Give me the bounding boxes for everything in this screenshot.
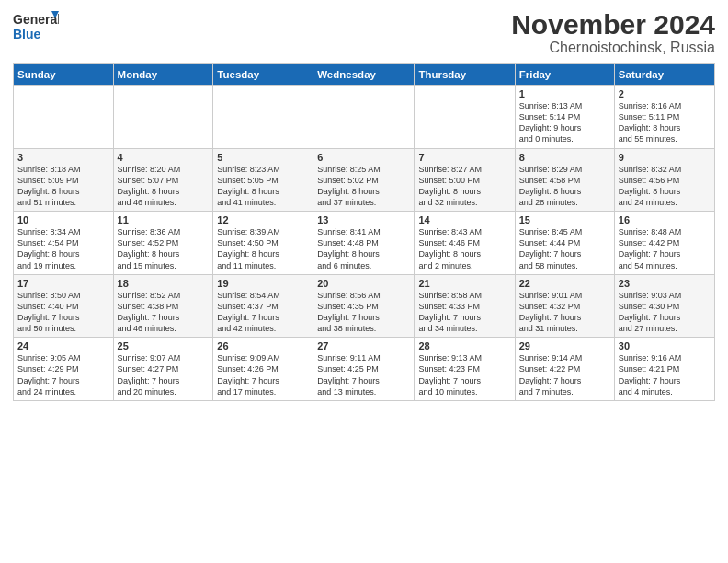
calendar-cell: 27Sunrise: 9:11 AM Sunset: 4:25 PM Dayli… <box>313 338 415 401</box>
day-number: 21 <box>418 278 510 289</box>
calendar-cell: 25Sunrise: 9:07 AM Sunset: 4:27 PM Dayli… <box>113 338 213 401</box>
day-info: Sunrise: 8:25 AM Sunset: 5:02 PM Dayligh… <box>317 164 410 209</box>
day-info: Sunrise: 8:58 AM Sunset: 4:33 PM Dayligh… <box>418 290 510 335</box>
day-info: Sunrise: 9:05 AM Sunset: 4:29 PM Dayligh… <box>17 352 109 397</box>
week-row-3: 17Sunrise: 8:50 AM Sunset: 4:40 PM Dayli… <box>14 274 715 338</box>
calendar-cell: 16Sunrise: 8:48 AM Sunset: 4:42 PM Dayli… <box>614 212 714 275</box>
day-number: 19 <box>217 278 309 289</box>
calendar-cell: 7Sunrise: 8:27 AM Sunset: 5:00 PM Daylig… <box>415 148 515 212</box>
calendar-cell: 10Sunrise: 8:34 AM Sunset: 4:54 PM Dayli… <box>14 212 114 275</box>
day-number: 1 <box>519 88 610 99</box>
calendar-cell <box>213 86 313 149</box>
calendar-cell: 21Sunrise: 8:58 AM Sunset: 4:33 PM Dayli… <box>415 274 515 338</box>
day-number: 28 <box>418 340 510 351</box>
day-number: 24 <box>17 340 109 351</box>
week-row-4: 24Sunrise: 9:05 AM Sunset: 4:29 PM Dayli… <box>14 338 715 401</box>
calendar-cell: 28Sunrise: 9:13 AM Sunset: 4:23 PM Dayli… <box>415 338 515 401</box>
day-info: Sunrise: 8:52 AM Sunset: 4:38 PM Dayligh… <box>118 290 210 335</box>
calendar-table: SundayMondayTuesdayWednesdayThursdayFrid… <box>13 63 715 401</box>
day-header-wednesday: Wednesday <box>313 64 415 86</box>
calendar-cell <box>14 86 114 149</box>
header: General Blue November 2024 Chernoistochi… <box>13 9 715 56</box>
calendar-cell: 1Sunrise: 8:13 AM Sunset: 5:14 PM Daylig… <box>515 86 614 149</box>
day-info: Sunrise: 9:13 AM Sunset: 4:23 PM Dayligh… <box>418 352 510 397</box>
calendar-cell: 20Sunrise: 8:56 AM Sunset: 4:35 PM Dayli… <box>313 274 415 338</box>
day-info: Sunrise: 9:03 AM Sunset: 4:30 PM Dayligh… <box>619 290 711 335</box>
calendar-cell: 30Sunrise: 9:16 AM Sunset: 4:21 PM Dayli… <box>614 338 714 401</box>
day-info: Sunrise: 8:36 AM Sunset: 4:52 PM Dayligh… <box>118 226 210 271</box>
day-info: Sunrise: 8:43 AM Sunset: 4:46 PM Dayligh… <box>418 226 510 271</box>
day-info: Sunrise: 9:16 AM Sunset: 4:21 PM Dayligh… <box>619 352 711 397</box>
day-number: 15 <box>519 214 610 225</box>
day-number: 22 <box>519 278 610 289</box>
day-number: 3 <box>17 152 109 163</box>
location-subtitle: Chernoistochinsk, Russia <box>511 40 715 56</box>
day-info: Sunrise: 9:11 AM Sunset: 4:25 PM Dayligh… <box>317 352 410 397</box>
day-number: 11 <box>118 214 210 225</box>
calendar-cell: 18Sunrise: 8:52 AM Sunset: 4:38 PM Dayli… <box>113 274 213 338</box>
day-header-sunday: Sunday <box>14 64 114 86</box>
day-info: Sunrise: 8:18 AM Sunset: 5:09 PM Dayligh… <box>17 164 109 209</box>
day-info: Sunrise: 8:54 AM Sunset: 4:37 PM Dayligh… <box>217 290 309 335</box>
calendar-cell: 6Sunrise: 8:25 AM Sunset: 5:02 PM Daylig… <box>313 148 415 212</box>
day-info: Sunrise: 8:56 AM Sunset: 4:35 PM Dayligh… <box>317 290 410 335</box>
day-number: 18 <box>118 278 210 289</box>
day-number: 12 <box>217 214 309 225</box>
day-number: 20 <box>317 278 410 289</box>
day-info: Sunrise: 8:27 AM Sunset: 5:00 PM Dayligh… <box>418 164 510 209</box>
calendar-cell: 2Sunrise: 8:16 AM Sunset: 5:11 PM Daylig… <box>614 86 714 149</box>
calendar-cell: 23Sunrise: 9:03 AM Sunset: 4:30 PM Dayli… <box>614 274 714 338</box>
calendar-cell: 12Sunrise: 8:39 AM Sunset: 4:50 PM Dayli… <box>213 212 313 275</box>
day-number: 14 <box>418 214 510 225</box>
calendar-cell: 19Sunrise: 8:54 AM Sunset: 4:37 PM Dayli… <box>213 274 313 338</box>
week-row-0: 1Sunrise: 8:13 AM Sunset: 5:14 PM Daylig… <box>14 86 715 149</box>
day-number: 29 <box>519 340 610 351</box>
day-number: 2 <box>619 88 711 99</box>
logo-svg: General Blue <box>13 9 59 48</box>
calendar-cell: 4Sunrise: 8:20 AM Sunset: 5:07 PM Daylig… <box>113 148 213 212</box>
calendar-cell <box>313 86 415 149</box>
calendar-cell <box>113 86 213 149</box>
calendar-cell: 11Sunrise: 8:36 AM Sunset: 4:52 PM Dayli… <box>113 212 213 275</box>
logo: General Blue <box>13 9 59 48</box>
day-info: Sunrise: 8:32 AM Sunset: 4:56 PM Dayligh… <box>619 164 711 209</box>
calendar-cell: 5Sunrise: 8:23 AM Sunset: 5:05 PM Daylig… <box>213 148 313 212</box>
svg-text:General: General <box>13 12 59 27</box>
day-header-monday: Monday <box>113 64 213 86</box>
calendar-cell <box>415 86 515 149</box>
day-info: Sunrise: 8:45 AM Sunset: 4:44 PM Dayligh… <box>519 226 610 271</box>
month-year-title: November 2024 <box>511 9 715 40</box>
calendar-cell: 9Sunrise: 8:32 AM Sunset: 4:56 PM Daylig… <box>614 148 714 212</box>
day-number: 26 <box>217 340 309 351</box>
calendar-cell: 26Sunrise: 9:09 AM Sunset: 4:26 PM Dayli… <box>213 338 313 401</box>
day-number: 27 <box>317 340 410 351</box>
calendar-header-row: SundayMondayTuesdayWednesdayThursdayFrid… <box>14 64 715 86</box>
calendar-cell: 17Sunrise: 8:50 AM Sunset: 4:40 PM Dayli… <box>14 274 114 338</box>
day-info: Sunrise: 8:48 AM Sunset: 4:42 PM Dayligh… <box>619 226 711 271</box>
calendar-cell: 24Sunrise: 9:05 AM Sunset: 4:29 PM Dayli… <box>14 338 114 401</box>
day-info: Sunrise: 8:20 AM Sunset: 5:07 PM Dayligh… <box>118 164 210 209</box>
day-info: Sunrise: 8:23 AM Sunset: 5:05 PM Dayligh… <box>217 164 309 209</box>
day-header-saturday: Saturday <box>614 64 714 86</box>
svg-text:Blue: Blue <box>13 27 41 41</box>
day-info: Sunrise: 8:16 AM Sunset: 5:11 PM Dayligh… <box>619 100 711 145</box>
day-number: 9 <box>619 152 711 163</box>
day-header-tuesday: Tuesday <box>213 64 313 86</box>
week-row-2: 10Sunrise: 8:34 AM Sunset: 4:54 PM Dayli… <box>14 212 715 275</box>
day-number: 10 <box>17 214 109 225</box>
day-info: Sunrise: 8:41 AM Sunset: 4:48 PM Dayligh… <box>317 226 410 271</box>
calendar-cell: 8Sunrise: 8:29 AM Sunset: 4:58 PM Daylig… <box>515 148 614 212</box>
day-info: Sunrise: 8:29 AM Sunset: 4:58 PM Dayligh… <box>519 164 610 209</box>
day-header-thursday: Thursday <box>415 64 515 86</box>
calendar-cell: 3Sunrise: 8:18 AM Sunset: 5:09 PM Daylig… <box>14 148 114 212</box>
calendar-cell: 13Sunrise: 8:41 AM Sunset: 4:48 PM Dayli… <box>313 212 415 275</box>
day-number: 23 <box>619 278 711 289</box>
calendar-cell: 14Sunrise: 8:43 AM Sunset: 4:46 PM Dayli… <box>415 212 515 275</box>
day-info: Sunrise: 8:34 AM Sunset: 4:54 PM Dayligh… <box>17 226 109 271</box>
calendar-cell: 22Sunrise: 9:01 AM Sunset: 4:32 PM Dayli… <box>515 274 614 338</box>
day-info: Sunrise: 9:01 AM Sunset: 4:32 PM Dayligh… <box>519 290 610 335</box>
day-number: 6 <box>317 152 410 163</box>
day-info: Sunrise: 8:39 AM Sunset: 4:50 PM Dayligh… <box>217 226 309 271</box>
calendar-cell: 15Sunrise: 8:45 AM Sunset: 4:44 PM Dayli… <box>515 212 614 275</box>
day-number: 4 <box>118 152 210 163</box>
